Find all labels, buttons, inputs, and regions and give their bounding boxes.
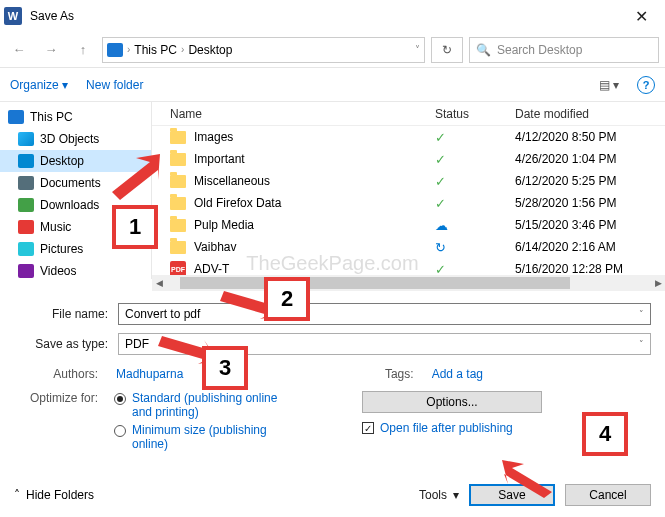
- file-name: Old Firefox Data: [194, 196, 435, 210]
- cancel-button[interactable]: Cancel: [565, 484, 651, 506]
- optimize-min-label: Minimum size (publishing online): [132, 423, 282, 451]
- radio-icon: [114, 393, 126, 405]
- file-name-value: Convert to pdf: [125, 307, 200, 321]
- organize-menu[interactable]: Organize ▾: [10, 78, 68, 92]
- tags-label: Tags:: [385, 367, 424, 381]
- sidebar-item-downloads[interactable]: Downloads: [0, 194, 151, 216]
- checkbox-icon: ✓: [362, 422, 374, 434]
- word-icon: W: [4, 7, 22, 25]
- tools-menu[interactable]: Tools ▾: [419, 488, 459, 502]
- file-row[interactable]: Vaibhav↻6/14/2020 2:16 AM: [152, 236, 665, 258]
- search-input[interactable]: 🔍 Search Desktop: [469, 37, 659, 63]
- pc-icon: [107, 43, 123, 57]
- sidebar-item-3d-objects[interactable]: 3D Objects: [0, 128, 151, 150]
- view-options[interactable]: ▤ ▾: [599, 78, 619, 92]
- file-row[interactable]: Pulp Media☁5/15/2020 3:46 PM: [152, 214, 665, 236]
- crumb-folder[interactable]: Desktop: [188, 43, 232, 57]
- back-button[interactable]: ←: [6, 37, 32, 63]
- options-button[interactable]: Options...: [362, 391, 542, 413]
- hide-folders-label: Hide Folders: [26, 488, 94, 502]
- status-icon: ✓: [435, 174, 515, 189]
- open-after-checkbox[interactable]: ✓ Open file after publishing: [362, 421, 542, 435]
- sidebar-item-this-pc[interactable]: This PC: [0, 106, 151, 128]
- col-status[interactable]: Status: [435, 107, 515, 121]
- tags-value[interactable]: Add a tag: [432, 367, 483, 381]
- folder-icon: [18, 220, 34, 234]
- status-icon: ✓: [435, 130, 515, 145]
- optimize-standard-label: Standard (publishing online and printing…: [132, 391, 282, 419]
- refresh-button[interactable]: ↻: [431, 37, 463, 63]
- body: This PC3D ObjectsDesktopDocumentsDownloa…: [0, 102, 665, 279]
- file-row[interactable]: Old Firefox Data✓5/28/2020 1:56 PM: [152, 192, 665, 214]
- sidebar-item-label: Pictures: [40, 242, 83, 256]
- file-date: 4/12/2020 8:50 PM: [515, 130, 665, 144]
- file-name: Important: [194, 152, 435, 166]
- chevron-down-icon[interactable]: ˅: [639, 309, 644, 319]
- folder-icon: [170, 219, 186, 232]
- file-date: 6/12/2020 5:25 PM: [515, 174, 665, 188]
- folder-icon: [8, 110, 24, 124]
- optimize-min-radio[interactable]: Minimum size (publishing online): [114, 423, 282, 451]
- folder-icon: [18, 132, 34, 146]
- file-date: 5/15/2020 3:46 PM: [515, 218, 665, 232]
- scroll-thumb[interactable]: [180, 277, 570, 289]
- open-after-label: Open file after publishing: [380, 421, 513, 435]
- col-name[interactable]: Name: [170, 107, 435, 121]
- file-name: Miscellaneous: [194, 174, 435, 188]
- breadcrumb[interactable]: › This PC › Desktop ˅: [102, 37, 425, 63]
- column-headers[interactable]: Name Status Date modified: [152, 102, 665, 126]
- save-fields: File name: Convert to pdf ˅ Save as type…: [0, 295, 665, 367]
- forward-button: →: [38, 37, 64, 63]
- chevron-right-icon: ›: [181, 44, 184, 55]
- save-type-select[interactable]: PDF ˅: [118, 333, 651, 355]
- scroll-left-icon[interactable]: ◀: [152, 278, 166, 288]
- horizontal-scrollbar[interactable]: ◀ ▶: [152, 275, 665, 291]
- folder-icon: [18, 154, 34, 168]
- sidebar-item-label: Music: [40, 220, 71, 234]
- up-button[interactable]: ↑: [70, 37, 96, 63]
- sidebar-item-music[interactable]: Music: [0, 216, 151, 238]
- folder-icon: [18, 176, 34, 190]
- sidebar-item-label: 3D Objects: [40, 132, 99, 146]
- sidebar-item-pictures[interactable]: Pictures: [0, 238, 151, 260]
- chevron-down-icon: ▾: [453, 488, 459, 502]
- file-name-input[interactable]: Convert to pdf ˅: [118, 303, 651, 325]
- file-row[interactable]: Miscellaneous✓6/12/2020 5:25 PM: [152, 170, 665, 192]
- file-row[interactable]: Images✓4/12/2020 8:50 PM: [152, 126, 665, 148]
- status-icon: ☁: [435, 218, 515, 233]
- col-date[interactable]: Date modified: [515, 107, 665, 121]
- file-date: 6/14/2020 2:16 AM: [515, 240, 665, 254]
- search-icon: 🔍: [476, 43, 491, 57]
- titlebar: W Save As ✕: [0, 0, 665, 32]
- file-name: Vaibhav: [194, 240, 435, 254]
- crumb-root[interactable]: This PC: [134, 43, 177, 57]
- help-icon[interactable]: ?: [637, 76, 655, 94]
- chevron-right-icon: ›: [127, 44, 130, 55]
- folder-icon: [18, 242, 34, 256]
- authors-value[interactable]: Madhuparna: [116, 367, 183, 381]
- hide-folders-button[interactable]: ˄ Hide Folders: [14, 488, 94, 502]
- sidebar-item-documents[interactable]: Documents: [0, 172, 151, 194]
- sidebar-item-desktop[interactable]: Desktop: [0, 150, 151, 172]
- meta-row: Authors: Madhuparna Tags: Add a tag: [0, 367, 665, 381]
- file-name: ADV-T: [194, 262, 435, 276]
- chevron-down-icon[interactable]: ˅: [415, 44, 420, 55]
- optimize-standard-radio[interactable]: Standard (publishing online and printing…: [114, 391, 282, 419]
- save-button[interactable]: Save: [469, 484, 555, 506]
- close-icon[interactable]: ✕: [621, 7, 661, 26]
- folder-icon: [170, 197, 186, 210]
- folder-icon: [18, 198, 34, 212]
- radio-icon: [114, 425, 126, 437]
- scroll-right-icon[interactable]: ▶: [651, 278, 665, 288]
- file-date: 5/16/2020 12:28 PM: [515, 262, 665, 276]
- sidebar-item-label: This PC: [30, 110, 73, 124]
- tools-label: Tools: [419, 488, 447, 502]
- folder-icon: [170, 241, 186, 254]
- file-row[interactable]: Important✓4/26/2020 1:04 PM: [152, 148, 665, 170]
- sidebar-item-label: Videos: [40, 264, 76, 278]
- navbar: ← → ↑ › This PC › Desktop ˅ ↻ 🔍 Search D…: [0, 32, 665, 68]
- folder-icon: [170, 131, 186, 144]
- new-folder-button[interactable]: New folder: [86, 78, 143, 92]
- sidebar-item-videos[interactable]: Videos: [0, 260, 151, 279]
- chevron-down-icon[interactable]: ˅: [639, 339, 644, 349]
